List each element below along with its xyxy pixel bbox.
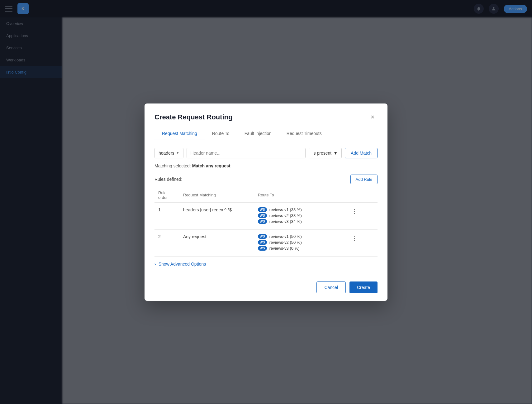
tab-request-matching[interactable]: Request Matching	[154, 127, 205, 140]
request-matching-2: Any request	[179, 229, 254, 256]
col-rule-order: Rule order	[154, 188, 179, 203]
col-actions	[345, 188, 378, 203]
rules-defined-label: Rules defined:	[154, 177, 183, 182]
route-item-2-3: WS reviews-v3 (0 %)	[258, 246, 342, 251]
route-label-2-3: reviews-v3 (0 %)	[269, 246, 300, 251]
route-label-2-1: reviews-v1 (50 %)	[269, 234, 302, 239]
rules-table: Rule order Request Matching Route To 1 h…	[154, 188, 378, 257]
route-item-1-3: WS reviews-v3 (34 %)	[258, 219, 342, 224]
route-item-2-2: WS reviews-v2 (50 %)	[258, 240, 342, 245]
table-header-row: Rule order Request Matching Route To	[154, 188, 378, 203]
route-to-1: WS reviews-v1 (33 %) WS reviews-v2 (33 %…	[254, 203, 345, 230]
create-request-routing-modal: Create Request Routing × Request Matchin…	[145, 103, 387, 301]
request-matching-1: headers [user] regex ^.*$	[179, 203, 254, 230]
col-request-matching: Request Matching	[179, 188, 254, 203]
create-button[interactable]: Create	[349, 281, 378, 293]
modal-footer: Cancel Create	[145, 277, 387, 301]
modal-header: Create Request Routing ×	[145, 103, 387, 122]
rules-header: Rules defined: Add Rule	[154, 175, 378, 184]
add-match-button[interactable]: Add Match	[345, 148, 378, 158]
matching-selected-value: Match any request	[192, 163, 230, 168]
header-name-input[interactable]	[187, 148, 306, 158]
matching-selected-info: Matching selected: Match any request	[154, 163, 378, 168]
modal-body: headers ▼ is present ▼ Add Match Matchin…	[145, 140, 387, 277]
table-row: 1 headers [user] regex ^.*$ WS reviews-v…	[154, 203, 378, 230]
route-label-1-3: reviews-v3 (34 %)	[269, 219, 302, 224]
ws-badge-1-3: WS	[258, 219, 267, 224]
ws-badge-2-3: WS	[258, 246, 267, 251]
route-label-2-2: reviews-v2 (50 %)	[269, 240, 302, 245]
modal-overlay: Create Request Routing × Request Matchin…	[0, 0, 532, 404]
route-item-2-1: WS reviews-v1 (50 %)	[258, 234, 342, 239]
table-row: 2 Any request WS reviews-v1 (50 %) WS re…	[154, 229, 378, 256]
tab-fault-injection[interactable]: Fault Injection	[237, 127, 279, 140]
rule-order-2: 2	[154, 229, 179, 256]
ws-badge-1-1: WS	[258, 207, 267, 212]
rule-menu-button-1[interactable]: ⋮	[349, 207, 360, 215]
match-row: headers ▼ is present ▼ Add Match	[154, 148, 378, 158]
type-dropdown-value: headers	[159, 151, 174, 156]
matching-selected-prefix: Matching selected:	[154, 163, 191, 168]
ws-badge-1-2: WS	[258, 213, 267, 218]
route-item-1-2: WS reviews-v2 (33 %)	[258, 213, 342, 218]
ws-badge-2-2: WS	[258, 240, 267, 245]
type-dropdown[interactable]: headers ▼	[154, 148, 183, 158]
modal-close-button[interactable]: ×	[368, 112, 378, 122]
modal-title: Create Request Routing	[154, 113, 233, 121]
type-dropdown-chevron: ▼	[176, 151, 179, 155]
tab-route-to[interactable]: Route To	[205, 127, 237, 140]
advanced-options-chevron: ›	[154, 262, 156, 267]
condition-dropdown-value: is present	[313, 151, 332, 156]
rule-menu-button-2[interactable]: ⋮	[349, 234, 360, 242]
add-rule-button[interactable]: Add Rule	[350, 175, 378, 184]
route-label-1-2: reviews-v2 (33 %)	[269, 213, 302, 218]
route-label-1-1: reviews-v1 (33 %)	[269, 207, 302, 212]
tab-request-timeouts[interactable]: Request Timeouts	[279, 127, 329, 140]
advanced-options-toggle[interactable]: › Show Advanced Options	[154, 257, 378, 269]
advanced-options-label: Show Advanced Options	[159, 262, 206, 267]
cancel-button[interactable]: Cancel	[316, 281, 346, 293]
rule-order-1: 1	[154, 203, 179, 230]
condition-dropdown[interactable]: is present ▼	[309, 148, 342, 158]
condition-dropdown-chevron: ▼	[333, 151, 338, 156]
rule-actions-2: ⋮	[345, 229, 378, 256]
col-route-to: Route To	[254, 188, 345, 203]
route-to-2: WS reviews-v1 (50 %) WS reviews-v2 (50 %…	[254, 229, 345, 256]
ws-badge-2-1: WS	[258, 234, 267, 239]
modal-tabs: Request Matching Route To Fault Injectio…	[145, 127, 387, 140]
route-item-1-1: WS reviews-v1 (33 %)	[258, 207, 342, 212]
rule-actions-1: ⋮	[345, 203, 378, 230]
